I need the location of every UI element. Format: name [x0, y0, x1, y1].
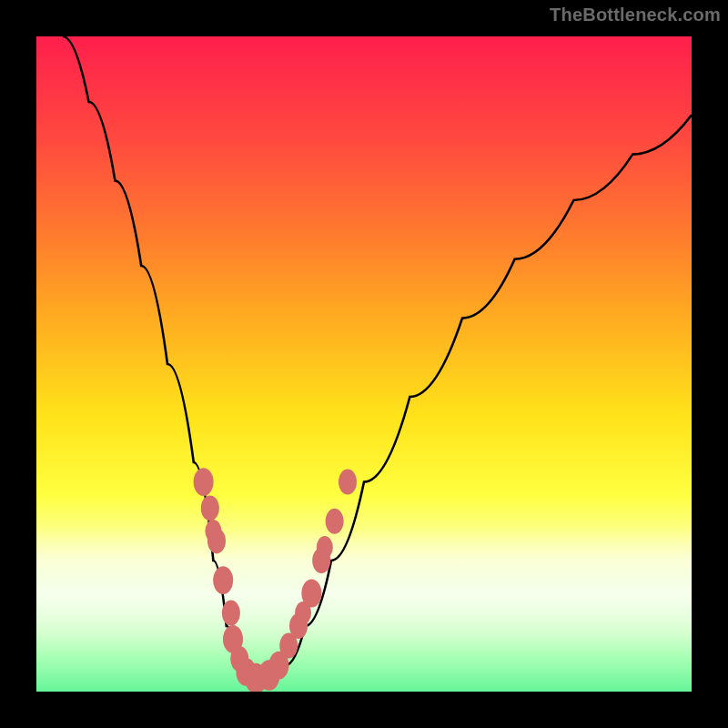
v-curve: [63, 36, 692, 685]
curve-marker: [201, 495, 219, 521]
curve-marker: [317, 536, 333, 559]
curve-marker: [301, 580, 321, 608]
marker-group: [194, 468, 357, 692]
curve-marker: [213, 566, 233, 594]
curve-marker: [222, 601, 240, 626]
attribution-text: TheBottleneck.com: [550, 5, 721, 24]
curve-marker: [339, 470, 357, 495]
curve-marker: [194, 468, 214, 496]
plot-area: [36, 36, 692, 692]
curve-marker: [326, 509, 344, 534]
curve-layer: [36, 36, 692, 692]
curve-marker: [205, 520, 221, 542]
chart-stage: TheBottleneck.com: [0, 0, 728, 728]
